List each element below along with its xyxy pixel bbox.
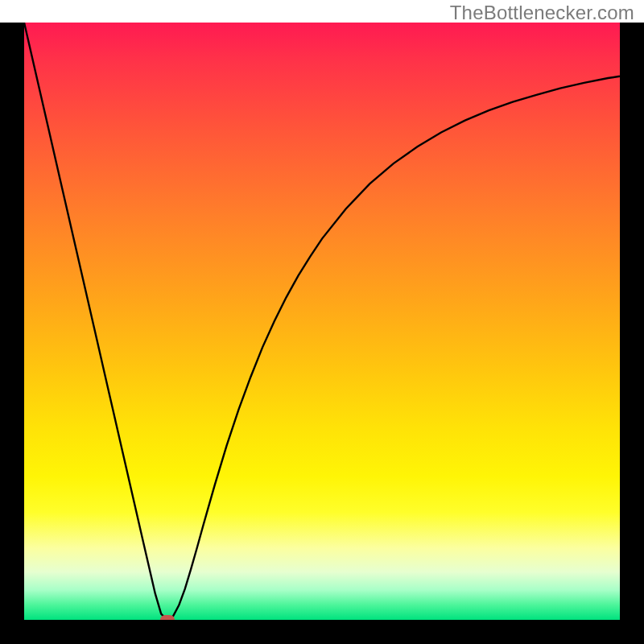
optimal-point-marker [160, 615, 175, 620]
watermark-label: TheBottlenecker.com [450, 2, 634, 24]
bottleneck-curve [24, 23, 620, 620]
chart-container: TheBottlenecker.com [0, 0, 644, 644]
plot-frame [0, 23, 644, 644]
plot-area [24, 23, 620, 620]
curve-path [24, 23, 620, 620]
